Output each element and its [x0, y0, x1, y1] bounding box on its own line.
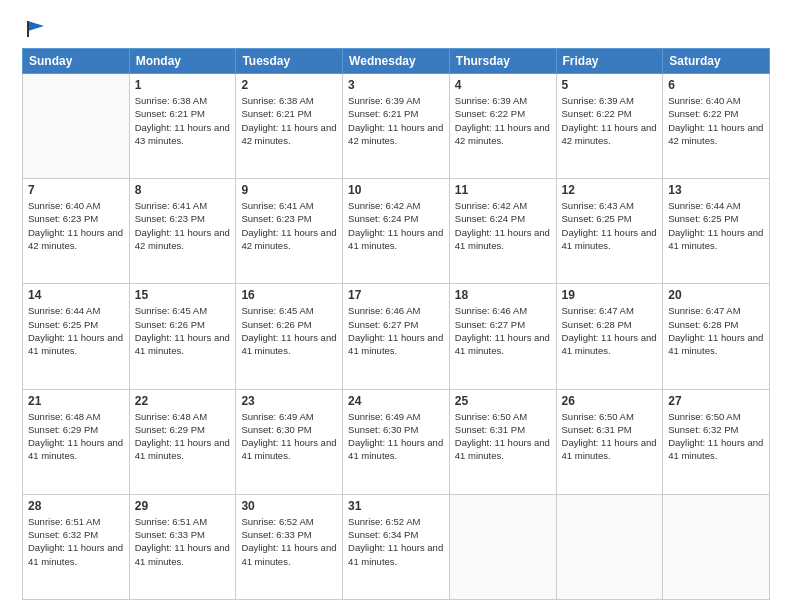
- calendar-week-3: 21 Sunrise: 6:48 AMSunset: 6:29 PMDaylig…: [23, 389, 770, 494]
- calendar-cell: 9 Sunrise: 6:41 AMSunset: 6:23 PMDayligh…: [236, 179, 343, 284]
- day-number: 3: [348, 78, 444, 92]
- calendar-cell: [23, 74, 130, 179]
- calendar-cell: 15 Sunrise: 6:45 AMSunset: 6:26 PMDaylig…: [129, 284, 236, 389]
- logo-flag-icon: [24, 18, 46, 40]
- calendar-cell: 28 Sunrise: 6:51 AMSunset: 6:32 PMDaylig…: [23, 494, 130, 599]
- calendar-cell: [556, 494, 663, 599]
- calendar-cell: 29 Sunrise: 6:51 AMSunset: 6:33 PMDaylig…: [129, 494, 236, 599]
- weekday-friday: Friday: [556, 49, 663, 74]
- day-number: 30: [241, 499, 337, 513]
- day-number: 28: [28, 499, 124, 513]
- day-number: 17: [348, 288, 444, 302]
- day-number: 2: [241, 78, 337, 92]
- calendar-cell: 7 Sunrise: 6:40 AMSunset: 6:23 PMDayligh…: [23, 179, 130, 284]
- day-info: Sunrise: 6:42 AMSunset: 6:24 PMDaylight:…: [348, 199, 444, 252]
- calendar-cell: 14 Sunrise: 6:44 AMSunset: 6:25 PMDaylig…: [23, 284, 130, 389]
- day-info: Sunrise: 6:44 AMSunset: 6:25 PMDaylight:…: [28, 304, 124, 357]
- calendar-cell: 6 Sunrise: 6:40 AMSunset: 6:22 PMDayligh…: [663, 74, 770, 179]
- day-number: 20: [668, 288, 764, 302]
- day-info: Sunrise: 6:42 AMSunset: 6:24 PMDaylight:…: [455, 199, 551, 252]
- day-number: 31: [348, 499, 444, 513]
- day-info: Sunrise: 6:39 AMSunset: 6:22 PMDaylight:…: [455, 94, 551, 147]
- calendar-body: 1 Sunrise: 6:38 AMSunset: 6:21 PMDayligh…: [23, 74, 770, 600]
- calendar-cell: 30 Sunrise: 6:52 AMSunset: 6:33 PMDaylig…: [236, 494, 343, 599]
- day-info: Sunrise: 6:39 AMSunset: 6:22 PMDaylight:…: [562, 94, 658, 147]
- day-number: 8: [135, 183, 231, 197]
- calendar-cell: 3 Sunrise: 6:39 AMSunset: 6:21 PMDayligh…: [343, 74, 450, 179]
- day-info: Sunrise: 6:52 AMSunset: 6:33 PMDaylight:…: [241, 515, 337, 568]
- calendar-cell: 27 Sunrise: 6:50 AMSunset: 6:32 PMDaylig…: [663, 389, 770, 494]
- day-info: Sunrise: 6:41 AMSunset: 6:23 PMDaylight:…: [135, 199, 231, 252]
- day-info: Sunrise: 6:38 AMSunset: 6:21 PMDaylight:…: [241, 94, 337, 147]
- day-info: Sunrise: 6:39 AMSunset: 6:21 PMDaylight:…: [348, 94, 444, 147]
- day-info: Sunrise: 6:51 AMSunset: 6:33 PMDaylight:…: [135, 515, 231, 568]
- day-number: 11: [455, 183, 551, 197]
- calendar-week-4: 28 Sunrise: 6:51 AMSunset: 6:32 PMDaylig…: [23, 494, 770, 599]
- calendar-cell: 19 Sunrise: 6:47 AMSunset: 6:28 PMDaylig…: [556, 284, 663, 389]
- calendar-cell: 1 Sunrise: 6:38 AMSunset: 6:21 PMDayligh…: [129, 74, 236, 179]
- day-info: Sunrise: 6:46 AMSunset: 6:27 PMDaylight:…: [348, 304, 444, 357]
- weekday-monday: Monday: [129, 49, 236, 74]
- calendar-cell: 12 Sunrise: 6:43 AMSunset: 6:25 PMDaylig…: [556, 179, 663, 284]
- day-info: Sunrise: 6:45 AMSunset: 6:26 PMDaylight:…: [135, 304, 231, 357]
- calendar-cell: 18 Sunrise: 6:46 AMSunset: 6:27 PMDaylig…: [449, 284, 556, 389]
- day-info: Sunrise: 6:43 AMSunset: 6:25 PMDaylight:…: [562, 199, 658, 252]
- calendar-cell: 2 Sunrise: 6:38 AMSunset: 6:21 PMDayligh…: [236, 74, 343, 179]
- day-number: 22: [135, 394, 231, 408]
- svg-marker-0: [28, 21, 44, 31]
- calendar-week-0: 1 Sunrise: 6:38 AMSunset: 6:21 PMDayligh…: [23, 74, 770, 179]
- calendar-cell: 5 Sunrise: 6:39 AMSunset: 6:22 PMDayligh…: [556, 74, 663, 179]
- calendar-table: Sunday Monday Tuesday Wednesday Thursday…: [22, 48, 770, 600]
- day-number: 19: [562, 288, 658, 302]
- day-number: 29: [135, 499, 231, 513]
- day-info: Sunrise: 6:47 AMSunset: 6:28 PMDaylight:…: [562, 304, 658, 357]
- calendar-cell: 24 Sunrise: 6:49 AMSunset: 6:30 PMDaylig…: [343, 389, 450, 494]
- day-number: 26: [562, 394, 658, 408]
- weekday-row: Sunday Monday Tuesday Wednesday Thursday…: [23, 49, 770, 74]
- svg-rect-1: [27, 21, 29, 37]
- calendar-header: Sunday Monday Tuesday Wednesday Thursday…: [23, 49, 770, 74]
- calendar-cell: [449, 494, 556, 599]
- day-number: 4: [455, 78, 551, 92]
- day-number: 14: [28, 288, 124, 302]
- header: [22, 18, 770, 38]
- day-number: 9: [241, 183, 337, 197]
- weekday-wednesday: Wednesday: [343, 49, 450, 74]
- day-info: Sunrise: 6:48 AMSunset: 6:29 PMDaylight:…: [135, 410, 231, 463]
- weekday-saturday: Saturday: [663, 49, 770, 74]
- day-number: 12: [562, 183, 658, 197]
- logo: [22, 18, 46, 38]
- calendar-cell: 8 Sunrise: 6:41 AMSunset: 6:23 PMDayligh…: [129, 179, 236, 284]
- day-number: 25: [455, 394, 551, 408]
- calendar-cell: 20 Sunrise: 6:47 AMSunset: 6:28 PMDaylig…: [663, 284, 770, 389]
- calendar-cell: 21 Sunrise: 6:48 AMSunset: 6:29 PMDaylig…: [23, 389, 130, 494]
- day-info: Sunrise: 6:38 AMSunset: 6:21 PMDaylight:…: [135, 94, 231, 147]
- calendar-cell: 31 Sunrise: 6:52 AMSunset: 6:34 PMDaylig…: [343, 494, 450, 599]
- weekday-thursday: Thursday: [449, 49, 556, 74]
- day-number: 10: [348, 183, 444, 197]
- calendar-week-1: 7 Sunrise: 6:40 AMSunset: 6:23 PMDayligh…: [23, 179, 770, 284]
- day-number: 15: [135, 288, 231, 302]
- day-info: Sunrise: 6:50 AMSunset: 6:31 PMDaylight:…: [562, 410, 658, 463]
- day-info: Sunrise: 6:44 AMSunset: 6:25 PMDaylight:…: [668, 199, 764, 252]
- day-info: Sunrise: 6:40 AMSunset: 6:23 PMDaylight:…: [28, 199, 124, 252]
- calendar-cell: 22 Sunrise: 6:48 AMSunset: 6:29 PMDaylig…: [129, 389, 236, 494]
- day-info: Sunrise: 6:41 AMSunset: 6:23 PMDaylight:…: [241, 199, 337, 252]
- day-number: 13: [668, 183, 764, 197]
- weekday-tuesday: Tuesday: [236, 49, 343, 74]
- calendar-cell: 17 Sunrise: 6:46 AMSunset: 6:27 PMDaylig…: [343, 284, 450, 389]
- day-info: Sunrise: 6:46 AMSunset: 6:27 PMDaylight:…: [455, 304, 551, 357]
- day-info: Sunrise: 6:51 AMSunset: 6:32 PMDaylight:…: [28, 515, 124, 568]
- day-number: 1: [135, 78, 231, 92]
- calendar-week-2: 14 Sunrise: 6:44 AMSunset: 6:25 PMDaylig…: [23, 284, 770, 389]
- day-number: 24: [348, 394, 444, 408]
- day-number: 27: [668, 394, 764, 408]
- calendar-cell: [663, 494, 770, 599]
- day-number: 21: [28, 394, 124, 408]
- calendar-cell: 26 Sunrise: 6:50 AMSunset: 6:31 PMDaylig…: [556, 389, 663, 494]
- day-number: 23: [241, 394, 337, 408]
- calendar-cell: 25 Sunrise: 6:50 AMSunset: 6:31 PMDaylig…: [449, 389, 556, 494]
- day-number: 6: [668, 78, 764, 92]
- day-info: Sunrise: 6:47 AMSunset: 6:28 PMDaylight:…: [668, 304, 764, 357]
- day-info: Sunrise: 6:52 AMSunset: 6:34 PMDaylight:…: [348, 515, 444, 568]
